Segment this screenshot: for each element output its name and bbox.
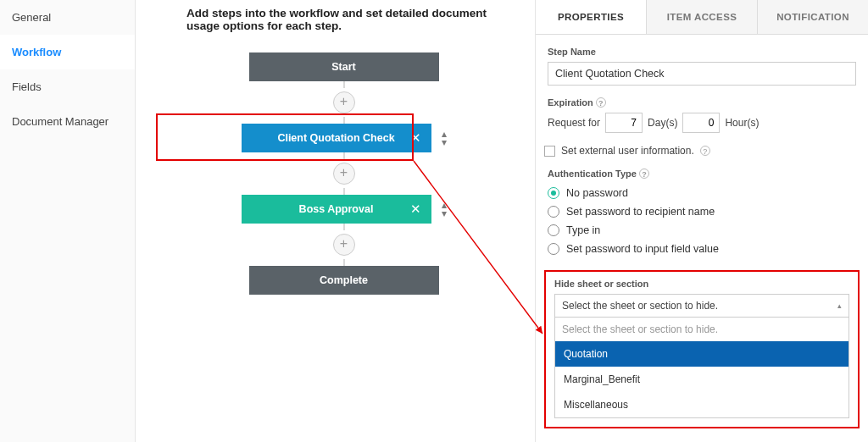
hide-dropdown: Select the sheet or section to hide. Quo… bbox=[554, 318, 849, 418]
hide-select-value: Select the sheet or section to hide. bbox=[562, 300, 718, 312]
hide-dropdown-placeholder: Select the sheet or section to hide. bbox=[555, 318, 849, 341]
hide-option-miscellaneous[interactable]: Miscellaneous bbox=[555, 392, 849, 417]
sidebar: General Workflow Fields Document Manager bbox=[0, 0, 136, 442]
step-label: Boss Approval bbox=[299, 203, 374, 215]
connector bbox=[343, 81, 345, 88]
step-complete[interactable]: Complete bbox=[249, 266, 439, 295]
remove-step-icon[interactable]: ✕ bbox=[410, 130, 421, 146]
set-external-checkbox[interactable] bbox=[544, 146, 555, 157]
add-step-button-3[interactable]: + bbox=[333, 234, 355, 256]
hide-option-quotation[interactable]: Quotation bbox=[555, 341, 849, 367]
radio-input-field[interactable] bbox=[548, 243, 559, 255]
radio-type-in[interactable] bbox=[548, 224, 559, 236]
hide-option-marginal-benefit[interactable]: Marginal_Benefit bbox=[555, 367, 849, 392]
add-step-button-2[interactable]: + bbox=[333, 163, 355, 185]
step-name-label: Step Name bbox=[548, 47, 856, 57]
move-step-down-icon[interactable]: ▾ bbox=[442, 209, 447, 218]
radio-no-password[interactable] bbox=[548, 187, 559, 199]
add-step-button-1[interactable]: + bbox=[333, 91, 355, 113]
tab-item-access[interactable]: ITEM ACCESS bbox=[647, 0, 758, 34]
hide-label: Hide sheet or section bbox=[554, 279, 849, 289]
step-name-input[interactable] bbox=[548, 62, 856, 86]
help-icon[interactable]: ? bbox=[639, 169, 649, 179]
expiration-days-input[interactable] bbox=[605, 113, 643, 133]
radio-label: Type in bbox=[566, 224, 600, 236]
expiration-label: Expiration ? bbox=[548, 97, 856, 108]
sidebar-item-general[interactable]: General bbox=[0, 0, 135, 35]
radio-label: Set password to input field value bbox=[566, 243, 719, 255]
move-step-down-icon[interactable]: ▾ bbox=[442, 138, 447, 146]
expiration-hours-input[interactable] bbox=[682, 113, 720, 133]
step-boss-approval[interactable]: Boss Approval ✕ bbox=[242, 195, 431, 224]
set-external-label: Set external user information. bbox=[561, 145, 694, 157]
connector bbox=[343, 224, 345, 230]
connector bbox=[343, 188, 345, 195]
sidebar-item-workflow[interactable]: Workflow bbox=[0, 35, 135, 69]
sidebar-item-document-manager[interactable]: Document Manager bbox=[0, 104, 135, 139]
help-icon[interactable]: ? bbox=[596, 97, 606, 108]
days-label: Day(s) bbox=[648, 117, 677, 129]
connector bbox=[343, 152, 345, 159]
remove-step-icon[interactable]: ✕ bbox=[410, 202, 421, 217]
step-label: Client Quotation Check bbox=[277, 132, 394, 144]
auth-type-label: Authentication Type ? bbox=[548, 169, 856, 179]
step-start[interactable]: Start bbox=[249, 52, 439, 81]
connector bbox=[343, 259, 345, 266]
request-for-label: Request for bbox=[548, 117, 600, 129]
workflow-canvas: Add steps into the workflow and set deta… bbox=[136, 0, 536, 442]
hours-label: Hour(s) bbox=[725, 117, 759, 129]
tab-notification[interactable]: NOTIFICATION bbox=[758, 0, 868, 34]
workflow-flow: Start + Client Quotation Check ✕ ▴ ▾ bbox=[170, 52, 518, 295]
hide-select[interactable]: Select the sheet or section to hide. ▴ bbox=[554, 294, 849, 318]
caret-up-icon: ▴ bbox=[837, 301, 842, 310]
radio-label: No password bbox=[566, 187, 628, 199]
radio-recipient-name[interactable] bbox=[548, 206, 559, 218]
help-icon[interactable]: ? bbox=[700, 146, 710, 156]
sidebar-item-fields[interactable]: Fields bbox=[0, 69, 135, 104]
properties-tabs: PROPERTIES ITEM ACCESS NOTIFICATION bbox=[536, 0, 868, 35]
page-intro: Add steps into the workflow and set deta… bbox=[186, 7, 518, 32]
tab-properties[interactable]: PROPERTIES bbox=[536, 0, 647, 34]
properties-panel: PROPERTIES ITEM ACCESS NOTIFICATION Step… bbox=[536, 0, 868, 442]
auth-type-radio-group: No password Set password to recipient na… bbox=[548, 184, 856, 258]
hide-sheet-section: Hide sheet or section Select the sheet o… bbox=[544, 270, 860, 428]
main-area: Add steps into the workflow and set deta… bbox=[136, 0, 868, 442]
connector bbox=[343, 117, 345, 124]
radio-label: Set password to recipient name bbox=[566, 206, 715, 218]
step-client-quotation-check[interactable]: Client Quotation Check ✕ bbox=[242, 124, 431, 152]
